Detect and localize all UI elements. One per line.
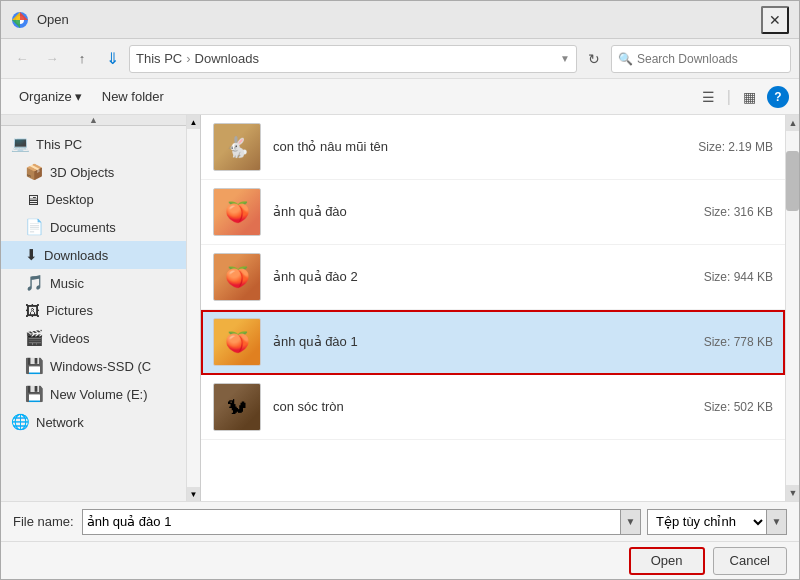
sidebar-item-this-pc[interactable]: 💻This PC: [1, 130, 186, 158]
sidebar-icon-downloads: ⬇: [25, 246, 38, 264]
sidebar-item-documents[interactable]: 📄Documents: [1, 213, 186, 241]
view-toggle-button[interactable]: ☰: [695, 84, 723, 110]
sidebar-label-documents: Documents: [50, 220, 116, 235]
file-name-file-peach1: ảnh quả đào: [273, 204, 704, 219]
sidebar-icon-documents: 📄: [25, 218, 44, 236]
file-list-area: 🐇 con thỏ nâu mũi tên Size: 2.19 MB 🍑 ản…: [201, 115, 799, 501]
breadcrumb-this-pc[interactable]: This PC: [136, 51, 182, 66]
sidebar-item-desktop[interactable]: 🖥Desktop: [1, 186, 186, 213]
new-folder-button[interactable]: New folder: [94, 86, 172, 107]
file-item-file-peach1[interactable]: 🍑 ảnh quả đào Size: 316 KB: [201, 180, 785, 245]
file-item-file-peach3[interactable]: 🍑 ảnh quả đào 1 Size: 778 KB: [201, 310, 785, 375]
up-button[interactable]: ↑: [69, 46, 95, 72]
breadcrumb-downloads[interactable]: Downloads: [195, 51, 259, 66]
forward-button[interactable]: →: [39, 46, 65, 72]
file-scroll-up[interactable]: ▲: [786, 115, 799, 131]
search-box: 🔍: [611, 45, 791, 73]
pane-button[interactable]: ▦: [735, 84, 763, 110]
filename-label: File name:: [13, 514, 74, 529]
sidebar-item-downloads[interactable]: ⬇Downloads: [1, 241, 186, 269]
file-size-file-peach2: Size: 944 KB: [704, 270, 773, 284]
sidebar-scroll-up[interactable]: ▲: [1, 115, 186, 126]
sidebar-label-downloads: Downloads: [44, 248, 108, 263]
address-expand[interactable]: ▼: [560, 53, 570, 64]
organize-button[interactable]: Organize ▾: [11, 86, 90, 107]
sidebar-item-network[interactable]: 🌐Network: [1, 408, 186, 436]
file-thumb-file-rabbit: 🐇: [213, 123, 261, 171]
action-bar: Open Cancel: [1, 541, 799, 579]
organize-arrow: ▾: [75, 89, 82, 104]
search-input[interactable]: [637, 52, 787, 66]
file-size-file-peach3: Size: 778 KB: [704, 335, 773, 349]
filename-dropdown-button[interactable]: ▼: [621, 509, 641, 535]
sidebar-vscroll-down[interactable]: ▼: [187, 487, 200, 501]
downloads-arrow-button[interactable]: ⇓: [99, 46, 125, 72]
sidebar-icon-music: 🎵: [25, 274, 44, 292]
file-name-file-peach3: ảnh quả đào 1: [273, 334, 704, 349]
file-list: 🐇 con thỏ nâu mũi tên Size: 2.19 MB 🍑 ản…: [201, 115, 785, 501]
file-item-file-squirrel[interactable]: 🐿 con sóc tròn Size: 502 KB: [201, 375, 785, 440]
breadcrumb-sep: ›: [186, 51, 190, 66]
file-scroll-track: [786, 131, 799, 485]
file-size-file-squirrel: Size: 502 KB: [704, 400, 773, 414]
open-dialog: Open ✕ ← → ↑ ⇓ This PC › Downloads ▼ ↻ 🔍…: [0, 0, 800, 580]
file-size-file-peach1: Size: 316 KB: [704, 205, 773, 219]
sidebar-icon-windows-ssd: 💾: [25, 357, 44, 375]
filetype-select[interactable]: Tệp tùy chỉnh: [647, 509, 767, 535]
file-info-file-rabbit: con thỏ nâu mũi tên: [273, 139, 698, 156]
back-button[interactable]: ←: [9, 46, 35, 72]
file-name-file-squirrel: con sóc tròn: [273, 399, 704, 414]
filename-input[interactable]: [82, 509, 621, 535]
sidebar-icon-network: 🌐: [11, 413, 30, 431]
file-item-file-peach2[interactable]: 🍑 ảnh quả đào 2 Size: 944 KB: [201, 245, 785, 310]
sidebar-item-new-volume[interactable]: 💾New Volume (E:): [1, 380, 186, 408]
sidebar-label-network: Network: [36, 415, 84, 430]
file-scroll-thumb[interactable]: [786, 151, 799, 211]
chrome-icon: [11, 11, 29, 29]
cancel-button[interactable]: Cancel: [713, 547, 787, 575]
toolbar-sep: |: [727, 88, 731, 106]
file-name-file-rabbit: con thỏ nâu mũi tên: [273, 139, 698, 154]
refresh-button[interactable]: ↻: [581, 46, 607, 72]
close-button[interactable]: ✕: [761, 6, 789, 34]
sidebar: 💻This PC📦3D Objects🖥Desktop📄Documents⬇Do…: [1, 126, 186, 501]
sidebar-vscroll-track: [187, 129, 200, 487]
help-button[interactable]: ?: [767, 86, 789, 108]
file-thumb-file-peach3: 🍑: [213, 318, 261, 366]
file-thumb-file-squirrel: 🐿: [213, 383, 261, 431]
sidebar-item-pictures[interactable]: 🖼Pictures: [1, 297, 186, 324]
sidebar-label-3d-objects: 3D Objects: [50, 165, 114, 180]
sidebar-label-new-volume: New Volume (E:): [50, 387, 148, 402]
sidebar-item-3d-objects[interactable]: 📦3D Objects: [1, 158, 186, 186]
file-item-file-rabbit[interactable]: 🐇 con thỏ nâu mũi tên Size: 2.19 MB: [201, 115, 785, 180]
sidebar-item-windows-ssd[interactable]: 💾Windows-SSD (C: [1, 352, 186, 380]
file-thumb-file-peach1: 🍑: [213, 188, 261, 236]
sidebar-label-windows-ssd: Windows-SSD (C: [50, 359, 151, 374]
file-info-file-peach3: ảnh quả đào 1: [273, 334, 704, 351]
sidebar-label-this-pc: This PC: [36, 137, 82, 152]
file-size-file-rabbit: Size: 2.19 MB: [698, 140, 773, 154]
file-info-file-squirrel: con sóc tròn: [273, 399, 704, 416]
sidebar-item-music[interactable]: 🎵Music: [1, 269, 186, 297]
sidebar-label-music: Music: [50, 276, 84, 291]
open-button[interactable]: Open: [629, 547, 705, 575]
sidebar-item-videos[interactable]: 🎬Videos: [1, 324, 186, 352]
sidebar-vscroll-up[interactable]: ▲: [187, 115, 200, 129]
address-bar: This PC › Downloads ▼: [129, 45, 577, 73]
sidebar-icon-3d-objects: 📦: [25, 163, 44, 181]
filetype-dropdown-button[interactable]: ▼: [767, 509, 787, 535]
sidebar-label-videos: Videos: [50, 331, 90, 346]
nav-bar: ← → ↑ ⇓ This PC › Downloads ▼ ↻ 🔍: [1, 39, 799, 79]
sidebar-icon-desktop: 🖥: [25, 191, 40, 208]
sidebar-icon-this-pc: 💻: [11, 135, 30, 153]
sidebar-icon-videos: 🎬: [25, 329, 44, 347]
file-scrollbar: ▲ ▼: [785, 115, 799, 501]
search-icon: 🔍: [618, 52, 633, 66]
bottom-bar: File name: ▼ Tệp tùy chỉnh ▼: [1, 501, 799, 541]
file-scroll-down[interactable]: ▼: [786, 485, 799, 501]
filename-input-wrapper: ▼ Tệp tùy chỉnh ▼: [82, 509, 787, 535]
sidebar-label-desktop: Desktop: [46, 192, 94, 207]
sidebar-icon-pictures: 🖼: [25, 302, 40, 319]
organize-label: Organize: [19, 89, 72, 104]
title-bar: Open ✕: [1, 1, 799, 39]
